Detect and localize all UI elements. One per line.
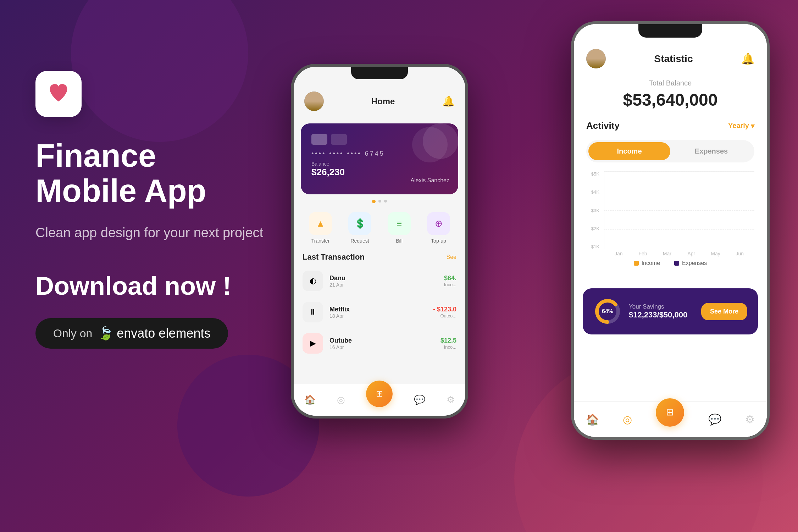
danu-date: 21 Apr bbox=[329, 282, 438, 288]
phone2-title: Statistic bbox=[654, 53, 693, 65]
nav-home-icon[interactable]: 🏠 bbox=[304, 394, 316, 405]
left-panel: Finance Mobile App Clean app design for … bbox=[35, 71, 266, 349]
y-label-3k: $3K bbox=[591, 208, 599, 213]
heart-icon bbox=[46, 82, 71, 106]
fab-icon: ⊞ bbox=[376, 389, 383, 399]
request-icon: 💲 bbox=[348, 212, 371, 235]
transfer-icon: ▲ bbox=[309, 212, 332, 235]
x-label-feb: Feb bbox=[632, 251, 654, 256]
transaction-metflix: ⏸ Metflix 18 Apr - $123.0 Outco... bbox=[294, 297, 465, 328]
y-label-4k: $4K bbox=[591, 189, 599, 195]
envato-brand-name: envato elements bbox=[117, 326, 210, 341]
card-balance-value: $26,230 bbox=[311, 167, 448, 178]
nav-settings-icon[interactable]: ⚙ bbox=[447, 394, 455, 405]
phone-statistic: Statistic 🔔 Total Balance $53,640,000 Ac… bbox=[571, 21, 770, 440]
metflix-value: - $123.0 bbox=[433, 306, 456, 313]
action-request[interactable]: 💲 Request bbox=[348, 212, 371, 244]
outube-info: Outube 16 Apr bbox=[329, 337, 434, 350]
nav2-home-icon[interactable]: 🏠 bbox=[586, 413, 599, 426]
expenses-tab[interactable]: Expenses bbox=[670, 142, 752, 160]
nav2-fab-button[interactable]: ⊞ bbox=[656, 398, 684, 427]
activity-chart: $5K $4K $3K $2K $1K bbox=[574, 168, 767, 281]
x-label-apr: Apr bbox=[680, 251, 702, 256]
income-tab[interactable]: Income bbox=[588, 142, 670, 160]
phone2-bell-icon[interactable]: 🔔 bbox=[741, 52, 754, 65]
phone-home: Home 🔔 •••• •••• •••• 6745 Balance $26,2… bbox=[291, 64, 468, 419]
danu-value: $64. bbox=[444, 275, 456, 282]
app-subtitle: Clean app design for your next project bbox=[35, 223, 266, 243]
download-text: Download now ! bbox=[35, 271, 266, 300]
phone2-content: Statistic 🔔 Total Balance $53,640,000 Ac… bbox=[574, 24, 767, 437]
x-label-jan: Jan bbox=[608, 251, 630, 256]
phone1-bell-icon[interactable]: 🔔 bbox=[442, 95, 455, 107]
indicator-active bbox=[372, 200, 376, 203]
total-balance-label: Total Balance bbox=[574, 79, 767, 87]
legend-expenses-dot bbox=[674, 261, 679, 266]
only-on-label: Only on bbox=[53, 327, 92, 340]
outube-name: Outube bbox=[329, 337, 434, 344]
quick-actions: ▲ Transfer 💲 Request ≡ Bill bbox=[294, 207, 465, 249]
outube-value: $12.5 bbox=[440, 337, 456, 344]
phone2-header: Statistic 🔔 bbox=[574, 42, 767, 76]
metflix-date: 18 Apr bbox=[329, 313, 427, 319]
bill-label: Bill bbox=[396, 238, 403, 244]
phone1-header: Home 🔔 bbox=[294, 84, 465, 118]
phone2-notch bbox=[638, 24, 702, 38]
app-title: Finance Mobile App bbox=[35, 138, 266, 209]
chart-legend: Income Expenses bbox=[586, 260, 754, 266]
transaction-danu: ◐ Danu 21 Apr $64. Inco... bbox=[294, 265, 465, 297]
x-label-jun: Jun bbox=[729, 251, 751, 256]
phone1-title: Home bbox=[371, 96, 395, 106]
danu-info: Danu 21 Apr bbox=[329, 275, 438, 288]
savings-donut-chart: 64% bbox=[593, 297, 622, 326]
see-all-link[interactable]: See bbox=[447, 254, 456, 260]
action-bill[interactable]: ≡ Bill bbox=[388, 212, 411, 244]
app-icon bbox=[35, 71, 82, 117]
phone2-avatar bbox=[586, 49, 606, 68]
phone1-notch bbox=[351, 67, 408, 79]
envato-leaf-icon: 🍃 bbox=[98, 326, 114, 341]
action-transfer[interactable]: ▲ Transfer bbox=[309, 212, 332, 244]
request-label: Request bbox=[350, 238, 369, 244]
phone1-content: Home 🔔 •••• •••• •••• 6745 Balance $26,2… bbox=[294, 67, 465, 416]
danu-amount: $64. Inco... bbox=[444, 275, 456, 287]
savings-value: $12,233/$50,000 bbox=[629, 310, 694, 320]
see-more-button[interactable]: See More bbox=[701, 303, 747, 320]
bill-icon: ≡ bbox=[388, 212, 411, 235]
nav2-settings-icon[interactable]: ⚙ bbox=[745, 413, 755, 426]
svg-text:64%: 64% bbox=[602, 308, 613, 314]
topup-icon: ⊕ bbox=[427, 212, 450, 235]
metflix-icon: ⏸ bbox=[303, 302, 323, 322]
envato-badge[interactable]: Only on 🍃 envato elements bbox=[35, 318, 228, 349]
activity-toggles: Income Expenses bbox=[586, 140, 754, 162]
phones-container: Home 🔔 •••• •••• •••• 6745 Balance $26,2… bbox=[291, 21, 770, 518]
action-topup[interactable]: ⊕ Top-up bbox=[427, 212, 450, 244]
transaction-outube: ▶ Outube 16 Apr $12.5 Inco... bbox=[294, 328, 465, 359]
savings-section: 64% Your Savings $12,233/$50,000 See Mor… bbox=[583, 288, 758, 334]
metflix-info: Metflix 18 Apr bbox=[329, 306, 427, 319]
total-balance-section: Total Balance $53,640,000 bbox=[574, 76, 767, 117]
envato-logo: 🍃 envato elements bbox=[98, 326, 210, 341]
nav-stats-icon[interactable]: ◎ bbox=[337, 394, 345, 405]
credit-card: •••• •••• •••• 6745 Balance $26,230 Alex… bbox=[301, 123, 458, 194]
danu-type: Inco... bbox=[444, 282, 456, 287]
outube-type: Inco... bbox=[440, 344, 456, 350]
activity-title: Activity bbox=[586, 120, 620, 131]
legend-income-label: Income bbox=[642, 260, 660, 266]
nav-chat-icon[interactable]: 💬 bbox=[414, 394, 425, 405]
nav2-chat-icon[interactable]: 💬 bbox=[708, 413, 721, 426]
y-label-5k: $5K bbox=[591, 171, 599, 177]
metflix-amount: - $123.0 Outco... bbox=[433, 306, 456, 318]
outube-date: 16 Apr bbox=[329, 344, 434, 350]
nav2-stats-icon[interactable]: ◎ bbox=[623, 413, 632, 426]
indicator-1 bbox=[378, 200, 381, 203]
topup-label: Top-up bbox=[431, 238, 446, 244]
legend-expenses: Expenses bbox=[674, 260, 707, 266]
metflix-name: Metflix bbox=[329, 306, 427, 313]
outube-icon: ▶ bbox=[303, 333, 323, 354]
nav-fab-button[interactable]: ⊞ bbox=[366, 381, 393, 407]
x-label-may: May bbox=[704, 251, 726, 256]
yearly-dropdown[interactable]: Yearly ▾ bbox=[728, 122, 754, 130]
indicator-2 bbox=[384, 200, 387, 203]
total-balance-value: $53,640,000 bbox=[574, 90, 767, 110]
